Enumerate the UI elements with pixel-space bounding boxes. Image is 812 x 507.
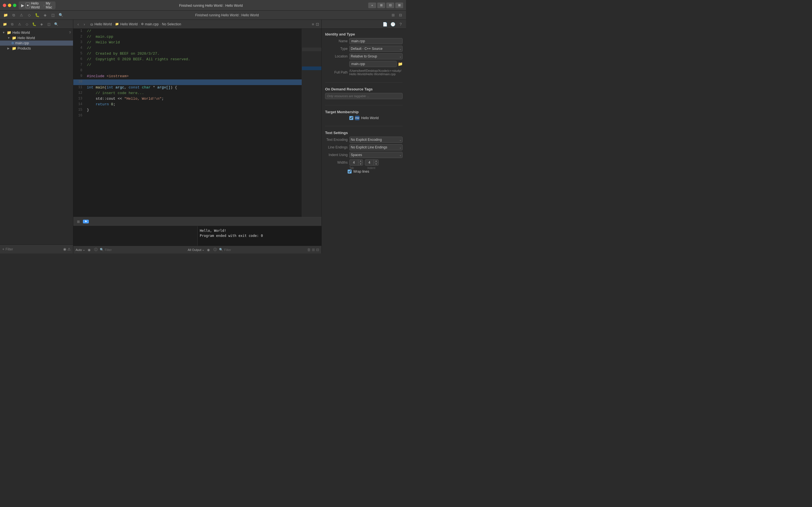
name-label: Name	[325, 39, 348, 43]
close-button[interactable]	[3, 4, 6, 7]
wrap-lines-row: Wrap lines	[348, 170, 403, 173]
line-content-15: }	[85, 108, 302, 112]
tab-width-down[interactable]: ▼	[358, 163, 363, 165]
indent-width-stepper-btns: ▲ ▼	[373, 160, 378, 165]
inspector-history-icon[interactable]: 🕐	[390, 21, 396, 27]
disclosure-hw: ▼	[7, 36, 11, 40]
nav-add-icon[interactable]: +	[2, 247, 4, 251]
breadcrumb-main-cpp[interactable]: ⚙ main.cpp	[141, 22, 159, 26]
auto-select[interactable]: Auto ⌄	[75, 248, 85, 251]
breadcrumb-hello-world-1[interactable]: 🗂 Hello World	[90, 22, 112, 26]
indent-width-stepper[interactable]: 4 ▲ ▼	[365, 159, 378, 166]
nav-item-main-cpp[interactable]: ⚙ main.cpp	[0, 41, 73, 46]
nav-find-icon[interactable]: 🔍	[53, 21, 59, 27]
line-content-11: int main(int argc, const char * argv[]) …	[85, 85, 302, 90]
type-select[interactable]: Default - C++ Source	[349, 46, 403, 52]
indent-width-up[interactable]: ▲	[374, 160, 378, 163]
editor-layout-1[interactable]: ⊞	[390, 12, 396, 18]
code-line-2: 2 // main.cpp	[73, 34, 302, 40]
file-input[interactable]	[349, 61, 397, 67]
traffic-lights	[3, 4, 16, 7]
divider-3	[325, 126, 403, 126]
line-endings-select[interactable]: No Explicit Line Endings	[349, 144, 403, 151]
status-text: Finished running Hello World : Hello Wor…	[66, 13, 388, 17]
breadcrumb-label-4: No Selection	[162, 22, 181, 26]
nav-filter-icon[interactable]: ◉	[63, 247, 66, 251]
nav-item-products[interactable]: ▶ 📁 Products	[0, 46, 73, 51]
nav-files-icon[interactable]: 📁	[2, 21, 8, 27]
inspector-file-icon[interactable]: 📄	[382, 21, 388, 27]
terminal-trash-icon[interactable]: 🗑	[307, 247, 311, 252]
name-input[interactable]	[349, 38, 403, 44]
nav-reports-icon[interactable]: ◫	[46, 21, 52, 27]
nav-icon-git[interactable]: ⧉	[11, 12, 16, 18]
inspector-help-icon[interactable]: ?	[398, 21, 404, 27]
nav-icon-warning[interactable]: ⚠	[18, 12, 24, 18]
nav-item-root[interactable]: ▼ 📁 Hello World ?	[0, 30, 73, 35]
nav-breakpoints-icon[interactable]: ◈	[38, 21, 45, 27]
terminal-eye-icon[interactable]: ◉	[86, 247, 92, 252]
wrap-lines-checkbox[interactable]	[348, 170, 352, 173]
nav-icon-folder[interactable]: 📁	[3, 12, 8, 18]
editor-layout-2[interactable]: ⊟	[398, 12, 403, 18]
statusbar-right-icons: ⊞ ⊟	[390, 12, 403, 18]
line-num-8: 8	[73, 68, 85, 72]
terminal-eye-icon-2[interactable]: ◉	[206, 247, 211, 252]
nav-icon-breakpoints[interactable]: ◈	[42, 12, 48, 18]
editor-split-icon[interactable]: ⊡	[316, 22, 319, 26]
disclosure-root: ▼	[2, 31, 6, 34]
encoding-select[interactable]: No Explicit Encoding	[349, 136, 403, 143]
layout-button-1[interactable]: ⊞	[377, 3, 385, 8]
terminal-collapse-icon[interactable]: ⊞	[75, 219, 81, 224]
line-num-10: 10	[73, 79, 85, 83]
stop-button[interactable]: ■	[26, 3, 30, 8]
nav-icon-reports[interactable]: ◫	[50, 12, 56, 18]
nav-item-hello-world[interactable]: ▼ 📁 Hello World	[0, 35, 73, 41]
nav-issues-icon[interactable]: ⚠	[16, 21, 22, 27]
line-content-5: // Created by BEEF on 2020/3/27.	[85, 51, 302, 56]
indent-select[interactable]: Spaces	[349, 152, 403, 158]
terminal-info-icon-2[interactable]: ⓘ	[212, 247, 218, 252]
layout-button-2[interactable]: ⊟	[386, 3, 394, 8]
indent-width-down[interactable]: ▼	[374, 163, 378, 165]
location-select[interactable]: Relative to Group	[349, 53, 403, 59]
terminal-layout-2-icon[interactable]: ⊟	[316, 247, 319, 252]
tab-width-stepper[interactable]: 4 ▲ ▼	[349, 159, 363, 166]
nav-debug-icon[interactable]: 🐛	[31, 21, 37, 27]
nav-source-icon[interactable]: ⧉	[9, 21, 15, 27]
divider-2	[325, 105, 403, 105]
breadcrumb-no-selection[interactable]: No Selection	[162, 22, 181, 26]
nav-icon-find[interactable]: 🔍	[58, 12, 64, 18]
nav-tests-icon[interactable]: ◇	[24, 21, 30, 27]
nav-icon-test[interactable]: ◇	[27, 12, 32, 18]
terminal-layout-1-icon[interactable]: ⊞	[312, 247, 315, 252]
tags-input[interactable]	[325, 93, 403, 99]
code-line-6: 6 // Copyright © 2020 BEEF. All rights r…	[73, 57, 302, 62]
line-num-2: 2	[73, 34, 85, 39]
play-button[interactable]: ▶	[21, 3, 24, 8]
line-num-4: 4	[73, 46, 85, 50]
code-editor[interactable]: 1 // 2 // main.cpp 3 // Hello World 4 //	[73, 29, 302, 217]
nav-warning-icon[interactable]: ⚠	[67, 247, 71, 251]
nav-icon-debug[interactable]: 🐛	[35, 12, 40, 18]
navigator-filter-input[interactable]	[6, 247, 62, 251]
nav-back-button[interactable]: ‹	[75, 22, 81, 26]
scheme-bar[interactable]: ▶ ■ Hello World › My Mac	[18, 1, 56, 9]
tags-row	[325, 93, 403, 99]
nav-forward-button[interactable]: ›	[82, 22, 87, 26]
maximize-button[interactable]	[13, 4, 16, 7]
line-content-3: // Hello World	[85, 40, 302, 45]
minimize-button[interactable]	[8, 4, 11, 7]
layout-button-3[interactable]: ⊠	[395, 3, 403, 8]
breadcrumb-hello-world-2[interactable]: 📁 Hello World	[115, 22, 138, 26]
tab-width-up[interactable]: ▲	[358, 160, 363, 163]
editor-menu-icon[interactable]: ≡	[312, 22, 314, 26]
add-button[interactable]: +	[368, 3, 376, 8]
file-browse-icon[interactable]: 📁	[398, 62, 403, 66]
terminal-info-icon[interactable]: ⓘ	[93, 247, 99, 252]
all-output-select[interactable]: All Output ⌄	[188, 248, 204, 251]
scheme-label: Hello World	[31, 1, 42, 9]
navigator-toolbar: 📁 ⧉ ⚠ ◇ 🐛 ◈ ◫ 🔍	[0, 20, 73, 29]
target-checkbox[interactable]	[349, 116, 353, 120]
line-num-12: 12	[73, 91, 85, 95]
